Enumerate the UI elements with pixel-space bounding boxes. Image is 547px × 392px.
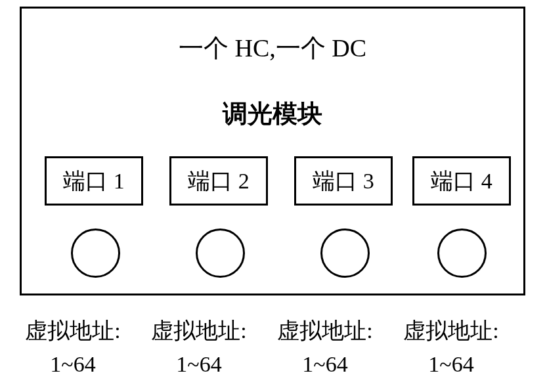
module-box: 一个 HC,一个 DC 调光模块 端口 1 端口 2 端口 3 端口 4	[20, 7, 525, 295]
port-2-label: 端口 2	[188, 166, 250, 196]
port-2-box: 端口 2	[169, 156, 268, 206]
addr-1-label: 虚拟地址:	[10, 314, 136, 347]
addr-4-label: 虚拟地址:	[388, 314, 514, 347]
subtitle-line: 调光模块	[22, 97, 523, 131]
port-4-box: 端口 4	[412, 156, 511, 206]
diagram-canvas: 一个 HC,一个 DC 调光模块 端口 1 端口 2 端口 3 端口 4 虚拟	[0, 0, 547, 392]
addr-2-range: 1~64	[136, 347, 262, 381]
port-4-connector	[437, 229, 487, 278]
port-3-box: 端口 3	[294, 156, 393, 206]
title-line: 一个 HC,一个 DC	[22, 32, 523, 65]
addr-1: 虚拟地址: 1~64	[10, 314, 136, 381]
addr-1-range: 1~64	[10, 347, 136, 381]
port-1-box: 端口 1	[45, 156, 143, 206]
addr-4: 虚拟地址: 1~64	[388, 314, 514, 381]
addr-2-label: 虚拟地址:	[136, 314, 262, 347]
port-4-label: 端口 4	[431, 166, 492, 196]
addr-4-range: 1~64	[388, 347, 514, 381]
port-3-label: 端口 3	[313, 166, 374, 196]
addr-3-label: 虚拟地址:	[262, 314, 388, 347]
addr-2: 虚拟地址: 1~64	[136, 314, 262, 381]
addresses-row: 虚拟地址: 1~64 虚拟地址: 1~64 虚拟地址: 1~64 虚拟地址: 1…	[20, 314, 525, 386]
port-1-label: 端口 1	[63, 166, 125, 196]
port-3-connector	[320, 229, 370, 278]
port-1-connector	[71, 229, 120, 278]
circles-row	[22, 229, 523, 288]
port-2-connector	[196, 229, 245, 278]
ports-row: 端口 1 端口 2 端口 3 端口 4	[22, 156, 523, 215]
addr-3: 虚拟地址: 1~64	[262, 314, 388, 381]
addr-3-range: 1~64	[262, 347, 388, 381]
